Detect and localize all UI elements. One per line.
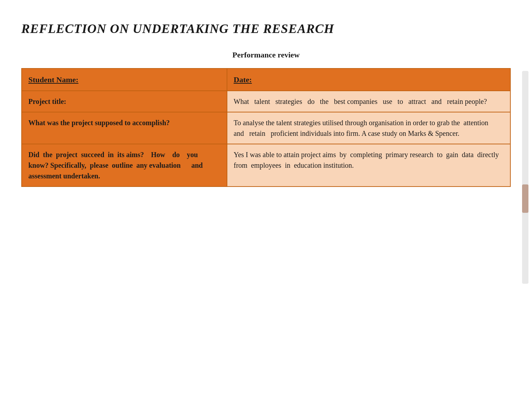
review-table: Student Name: Date: Project title: What …: [21, 68, 511, 187]
scrollbar-thumb[interactable]: [522, 184, 528, 213]
table-header-row: Student Name: Date:: [22, 68, 510, 91]
table-row-project-title: Project title: What talent strategies do…: [22, 91, 510, 112]
page-title: REFLECTION ON UNDERTAKING THE RESEARCH: [21, 21, 511, 36]
section-heading: Performance review: [21, 50, 511, 60]
table-row-accomplish: What was the project supposed to accompl…: [22, 112, 510, 144]
succeed-value: Yes I was able to attain project aims by…: [227, 144, 510, 187]
header-col2: Date:: [227, 68, 510, 91]
accomplish-label: What was the project supposed to accompl…: [22, 112, 227, 144]
succeed-label: Did the project succeed in its aims? How…: [22, 144, 227, 187]
header-col1: Student Name:: [22, 68, 227, 91]
accomplish-value: To analyse the talent strategies utilise…: [227, 112, 510, 144]
project-title-value: What talent strategies do the best compa…: [227, 91, 510, 112]
scrollbar-track[interactable]: [522, 71, 528, 284]
project-title-label: Project title:: [22, 91, 227, 112]
table-row-succeed: Did the project succeed in its aims? How…: [22, 144, 510, 187]
